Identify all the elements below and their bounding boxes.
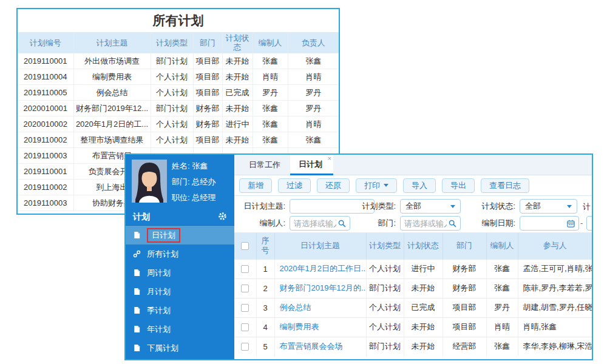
plan-type-cell: 部门计划 — [366, 337, 404, 356]
file-icon — [133, 231, 141, 240]
close-icon[interactable]: × — [328, 155, 331, 163]
table-cell: 进行中 — [222, 116, 253, 132]
date-input[interactable] — [591, 219, 592, 228]
export-button[interactable]: 导出 — [442, 178, 475, 193]
sidebar-item-label: 年计划 — [147, 324, 171, 335]
tab-bar: 日常工作 日计划 × — [234, 155, 592, 175]
view-log-button[interactable]: 查看日志 — [481, 178, 529, 193]
row-number: 4 — [256, 317, 274, 337]
department-input[interactable] — [404, 219, 447, 228]
tab-label: 日计划 — [299, 160, 322, 169]
table-cell: 肖晴 — [288, 69, 339, 85]
table-cell: 2019110005 — [18, 85, 73, 101]
file-icon — [133, 325, 141, 334]
column-header: 日计划主题 — [274, 233, 366, 259]
creator-input[interactable] — [294, 219, 336, 228]
row-checkbox[interactable] — [241, 265, 249, 273]
sidebar-section-label: 计划 — [133, 207, 150, 226]
table-cell: 张鑫 — [288, 132, 339, 148]
sidebar-item-subordinate-plan[interactable]: 下属计划 — [126, 339, 234, 357]
filter-creator: 编制人: — [237, 215, 350, 232]
creator-search-input[interactable] — [290, 216, 350, 231]
sidebar-item-label: 季计划 — [147, 305, 171, 316]
table-cell: 整理市场调查结果 — [73, 132, 151, 148]
filter-date: 编制日期: — [467, 215, 579, 232]
filter-department: 部门: — [347, 215, 461, 232]
plan-topic-link[interactable]: 布置营销展会会场 — [280, 342, 343, 351]
plan-topic-link[interactable]: 2020年1月2日的工作日... — [280, 264, 367, 273]
date-from-input[interactable] — [520, 216, 579, 231]
profile-position: 职位: 总经理 — [172, 190, 215, 206]
button-label: 还原 — [325, 180, 341, 191]
sidebar-item-quarterly-plan[interactable]: 季计划 — [126, 301, 234, 320]
selected-item-annotation: 日计划 — [147, 228, 180, 243]
search-icon — [449, 220, 456, 228]
topic-cell: 2020年1月2日的工作日... — [274, 259, 366, 278]
date-to-input[interactable] — [586, 216, 592, 231]
table-cell: 财务部 — [193, 101, 222, 116]
filter-button[interactable]: 过滤 — [278, 178, 311, 193]
tab-daily-work[interactable]: 日常工作 — [239, 155, 290, 175]
tab-daily-plan[interactable]: 日计划 × — [290, 155, 333, 175]
filter-label: 日计划主题: — [237, 201, 285, 212]
button-label: 打印 — [364, 180, 380, 191]
sidebar-item-yearly-plan[interactable]: 年计划 — [126, 320, 234, 339]
plan-grid-container: 序号日计划主题计划类型计划状态部门编制人参与人 12020年1月2日的工作日..… — [234, 232, 592, 359]
restore-button[interactable]: 还原 — [317, 178, 350, 193]
row-number: 3 — [256, 298, 274, 317]
participants-cell: 肖晴,张鑫 — [518, 317, 592, 337]
column-header: 序号 — [256, 233, 274, 259]
print-button[interactable]: 打印 — [356, 178, 397, 193]
creator-cell: 张鑫 — [486, 278, 518, 298]
button-label: 导出 — [450, 180, 466, 191]
filter-status: 计划状态: 全部 — [467, 198, 577, 215]
table-row: 2019110005例会总结个人计划项目部已完成罗丹罗丹 — [18, 85, 339, 101]
table-cell: 2020010001 — [18, 101, 73, 116]
date-input[interactable] — [524, 219, 566, 228]
plan-topic-link[interactable]: 例会总结 — [280, 303, 311, 312]
topic-cell: 财务部门2019年12月的... — [274, 278, 366, 298]
sidebar-item-monthly-plan[interactable]: 月计划 — [126, 282, 234, 301]
calendar-icon — [567, 220, 575, 228]
row-checkbox[interactable] — [241, 343, 249, 351]
button-label: 查看日志 — [489, 180, 521, 191]
file-icon — [133, 306, 141, 315]
sidebar-section-plan: 计划 — [126, 207, 234, 226]
department-search-input[interactable] — [400, 216, 461, 231]
filter-label: 编制日期: — [467, 218, 515, 229]
table-row: 4编制费用表个人计划未开始项目部肖晴肖晴,张鑫 — [234, 317, 592, 337]
row-checkbox[interactable] — [241, 285, 249, 292]
gear-icon[interactable] — [218, 212, 227, 221]
link-icon — [133, 250, 141, 258]
column-header: 计划主题 — [73, 32, 151, 53]
desktop: 所有计划 计划编号计划主题计划类型部门计划状态编制人负责人 2019110001… — [0, 0, 607, 364]
plan-status-cell: 已完成 — [404, 298, 443, 317]
topic-cell: 布置营销展会会场 — [274, 337, 366, 356]
sidebar-item-all-plans[interactable]: 所有计划 — [126, 244, 234, 263]
profile-name: 姓名: 张鑫 — [172, 158, 215, 174]
select-all-checkbox[interactable] — [241, 242, 249, 250]
sidebar-item-weekly-plan[interactable]: 周计划 — [126, 263, 234, 282]
plan-status-cell: 进行中 — [404, 259, 443, 278]
column-header: 部门 — [193, 32, 222, 53]
creator-cell: 张鑫 — [486, 259, 518, 278]
column-header: 计划状态 — [404, 233, 443, 259]
topic-cell: 例会总结 — [274, 298, 366, 317]
plan-topic-link[interactable]: 编制费用表 — [280, 322, 319, 331]
type-select[interactable]: 全部 — [400, 199, 461, 214]
status-select[interactable]: 全部 — [520, 199, 577, 214]
sidebar-item-daily-plan[interactable]: 日计划 — [126, 226, 234, 244]
row-checkbox[interactable] — [241, 323, 249, 331]
import-button[interactable]: 导入 — [403, 178, 436, 193]
table-cell: 项目部 — [193, 53, 222, 69]
plan-status-cell: 未开始 — [404, 317, 443, 337]
add-button[interactable]: 新增 — [239, 178, 272, 193]
table-cell: 张鑫 — [288, 53, 339, 69]
table-cell: 罗丹 — [288, 101, 339, 116]
row-checkbox[interactable] — [241, 304, 249, 312]
plan-topic-link[interactable]: 财务部门2019年12月的... — [280, 283, 367, 292]
table-cell: 部门计划 — [151, 101, 193, 116]
table-cell: 财务部 — [193, 116, 222, 132]
select-value: 全部 — [525, 201, 541, 212]
daily-plan-window: 姓名: 张鑫 部门: 总经办 职位: 总经理 计划 日计划所有计划周计划月计划季… — [124, 153, 593, 360]
